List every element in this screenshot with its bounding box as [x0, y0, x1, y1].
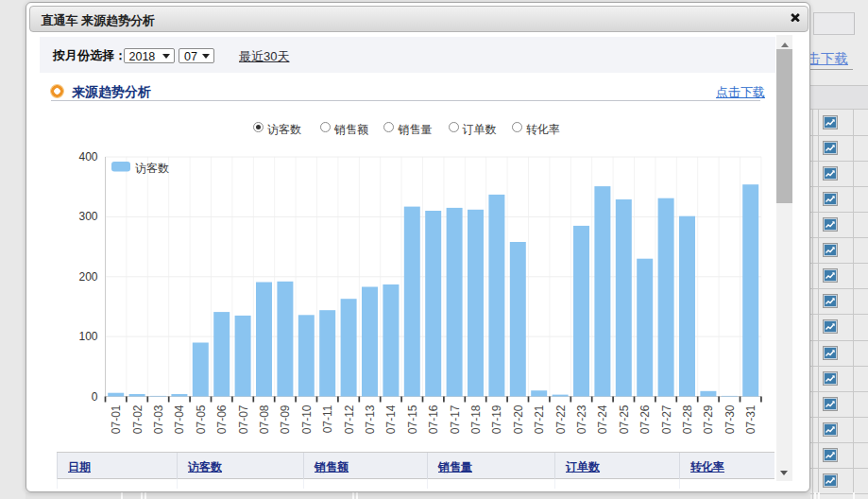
- svg-text:07-23: 07-23: [575, 404, 588, 434]
- svg-text:07-13: 07-13: [364, 404, 377, 434]
- svg-text:07-01: 07-01: [110, 404, 123, 434]
- svg-text:07-20: 07-20: [512, 404, 525, 434]
- svg-text:07-14: 07-14: [384, 404, 398, 434]
- svg-text:07-18: 07-18: [469, 404, 483, 434]
- svg-text:07-24: 07-24: [596, 404, 609, 434]
- svg-text:07-25: 07-25: [618, 404, 631, 434]
- svg-text:07-03: 07-03: [152, 404, 165, 434]
- svg-text:07-16: 07-16: [427, 404, 440, 434]
- svg-text:07-19: 07-19: [490, 404, 503, 434]
- svg-text:07-15: 07-15: [406, 404, 419, 434]
- svg-text:100: 100: [78, 330, 97, 343]
- svg-text:07-04: 07-04: [173, 404, 186, 434]
- svg-text:07-26: 07-26: [638, 404, 652, 434]
- svg-text:07-05: 07-05: [195, 404, 208, 434]
- svg-text:访客数: 访客数: [135, 162, 169, 175]
- svg-text:200: 200: [78, 270, 97, 284]
- svg-text:07-11: 07-11: [321, 404, 334, 433]
- svg-text:07-07: 07-07: [237, 404, 250, 434]
- svg-text:07-28: 07-28: [681, 404, 694, 434]
- svg-text:07-06: 07-06: [215, 404, 229, 434]
- svg-text:07-08: 07-08: [258, 404, 271, 434]
- svg-text:07-12: 07-12: [343, 404, 356, 434]
- svg-text:07-17: 07-17: [449, 404, 462, 434]
- svg-text:07-27: 07-27: [660, 404, 673, 434]
- svg-text:07-09: 07-09: [279, 404, 292, 434]
- svg-text:07-22: 07-22: [554, 404, 568, 434]
- svg-text:07-29: 07-29: [702, 404, 715, 434]
- svg-text:0: 0: [92, 390, 98, 404]
- svg-text:07-21: 07-21: [533, 404, 546, 434]
- svg-text:07-10: 07-10: [300, 404, 314, 434]
- svg-text:300: 300: [78, 210, 97, 223]
- svg-text:07-31: 07-31: [744, 404, 757, 434]
- svg-text:07-30: 07-30: [723, 404, 737, 434]
- svg-text:400: 400: [78, 150, 97, 163]
- svg-text:07-02: 07-02: [131, 404, 145, 434]
